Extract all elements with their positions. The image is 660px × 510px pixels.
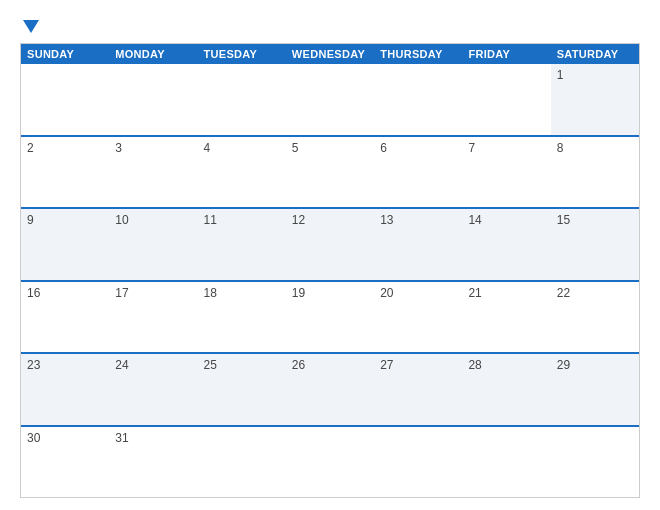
- day-cell-empty: [462, 427, 550, 498]
- day-number-16: 16: [27, 286, 40, 300]
- day-cell-30: 30: [21, 427, 109, 498]
- day-cell-empty: [551, 427, 639, 498]
- day-cell-empty: [109, 64, 197, 135]
- day-cell-1: 1: [551, 64, 639, 135]
- day-cell-empty: [374, 427, 462, 498]
- day-cell-6: 6: [374, 137, 462, 208]
- day-cell-27: 27: [374, 354, 462, 425]
- day-cell-14: 14: [462, 209, 550, 280]
- day-cell-5: 5: [286, 137, 374, 208]
- day-cell-21: 21: [462, 282, 550, 353]
- day-cell-28: 28: [462, 354, 550, 425]
- day-cell-13: 13: [374, 209, 462, 280]
- day-cell-empty: [286, 64, 374, 135]
- day-cell-18: 18: [198, 282, 286, 353]
- day-cell-8: 8: [551, 137, 639, 208]
- day-cell-empty: [374, 64, 462, 135]
- day-number-30: 30: [27, 431, 40, 445]
- day-cell-10: 10: [109, 209, 197, 280]
- calendar: SundayMondayTuesdayWednesdayThursdayFrid…: [20, 43, 640, 498]
- days-header: SundayMondayTuesdayWednesdayThursdayFrid…: [21, 44, 639, 64]
- day-cell-24: 24: [109, 354, 197, 425]
- day-header-sunday: Sunday: [21, 44, 109, 64]
- day-cell-26: 26: [286, 354, 374, 425]
- week-row-5: 23242526272829: [21, 352, 639, 425]
- day-cell-31: 31: [109, 427, 197, 498]
- day-number-29: 29: [557, 358, 570, 372]
- week-row-2: 2345678: [21, 135, 639, 208]
- day-number-17: 17: [115, 286, 128, 300]
- week-row-4: 16171819202122: [21, 280, 639, 353]
- day-number-15: 15: [557, 213, 570, 227]
- day-number-23: 23: [27, 358, 40, 372]
- logo: [20, 18, 42, 33]
- week-row-1: 1: [21, 64, 639, 135]
- header: [20, 18, 640, 33]
- week-row-6: 3031: [21, 425, 639, 498]
- day-number-2: 2: [27, 141, 34, 155]
- day-header-friday: Friday: [462, 44, 550, 64]
- day-number-6: 6: [380, 141, 387, 155]
- day-cell-15: 15: [551, 209, 639, 280]
- day-number-10: 10: [115, 213, 128, 227]
- day-header-monday: Monday: [109, 44, 197, 64]
- day-cell-7: 7: [462, 137, 550, 208]
- day-header-saturday: Saturday: [551, 44, 639, 64]
- calendar-page: SundayMondayTuesdayWednesdayThursdayFrid…: [0, 0, 660, 510]
- day-cell-empty: [462, 64, 550, 135]
- day-number-26: 26: [292, 358, 305, 372]
- day-number-7: 7: [468, 141, 475, 155]
- day-number-27: 27: [380, 358, 393, 372]
- logo-triangle-icon: [23, 20, 39, 33]
- day-cell-empty: [21, 64, 109, 135]
- day-number-5: 5: [292, 141, 299, 155]
- day-cell-empty: [198, 64, 286, 135]
- day-number-12: 12: [292, 213, 305, 227]
- day-cell-25: 25: [198, 354, 286, 425]
- day-cell-11: 11: [198, 209, 286, 280]
- day-number-8: 8: [557, 141, 564, 155]
- calendar-body: 1234567891011121314151617181920212223242…: [21, 64, 639, 497]
- day-cell-22: 22: [551, 282, 639, 353]
- day-number-31: 31: [115, 431, 128, 445]
- day-number-14: 14: [468, 213, 481, 227]
- day-number-11: 11: [204, 213, 217, 227]
- day-number-3: 3: [115, 141, 122, 155]
- day-number-1: 1: [557, 68, 564, 82]
- day-number-19: 19: [292, 286, 305, 300]
- day-number-21: 21: [468, 286, 481, 300]
- day-cell-17: 17: [109, 282, 197, 353]
- day-cell-3: 3: [109, 137, 197, 208]
- day-cell-16: 16: [21, 282, 109, 353]
- day-cell-empty: [286, 427, 374, 498]
- logo-text: [20, 18, 42, 33]
- day-cell-4: 4: [198, 137, 286, 208]
- day-header-wednesday: Wednesday: [286, 44, 374, 64]
- week-row-3: 9101112131415: [21, 207, 639, 280]
- day-number-13: 13: [380, 213, 393, 227]
- day-number-18: 18: [204, 286, 217, 300]
- day-cell-9: 9: [21, 209, 109, 280]
- day-cell-empty: [198, 427, 286, 498]
- day-cell-29: 29: [551, 354, 639, 425]
- day-number-9: 9: [27, 213, 34, 227]
- day-number-4: 4: [204, 141, 211, 155]
- day-number-28: 28: [468, 358, 481, 372]
- day-header-tuesday: Tuesday: [198, 44, 286, 64]
- day-number-25: 25: [204, 358, 217, 372]
- day-cell-2: 2: [21, 137, 109, 208]
- day-cell-20: 20: [374, 282, 462, 353]
- day-number-20: 20: [380, 286, 393, 300]
- day-cell-23: 23: [21, 354, 109, 425]
- day-number-24: 24: [115, 358, 128, 372]
- day-cell-12: 12: [286, 209, 374, 280]
- day-header-thursday: Thursday: [374, 44, 462, 64]
- day-number-22: 22: [557, 286, 570, 300]
- day-cell-19: 19: [286, 282, 374, 353]
